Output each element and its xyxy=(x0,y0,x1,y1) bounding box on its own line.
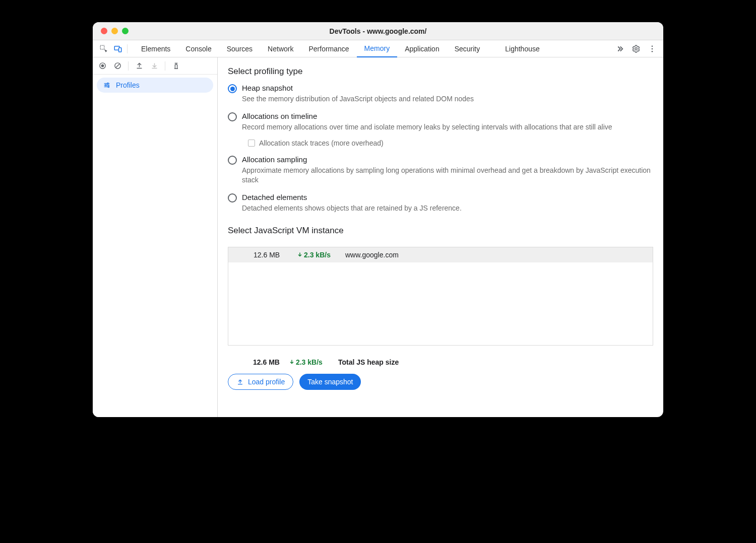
opt-title: Heap snapshot xyxy=(242,84,653,92)
opt-desc: See the memory distribution of JavaScrip… xyxy=(242,94,653,104)
devtools-window: DevTools - www.google.com/ Elements Cons… xyxy=(93,22,663,417)
tab-sources[interactable]: Sources xyxy=(219,40,260,57)
opt-title: Detached elements xyxy=(242,193,653,201)
panel-tabs: Elements Console Sources Network Perform… xyxy=(134,40,613,57)
total-rate: 2.3 kB/s xyxy=(289,358,329,366)
tab-application[interactable]: Application xyxy=(397,40,447,57)
radio-allocation-sampling[interactable] xyxy=(228,156,237,165)
tab-network[interactable]: Network xyxy=(260,40,301,57)
collect-garbage-icon[interactable] xyxy=(169,59,182,73)
tab-elements[interactable]: Elements xyxy=(134,40,178,57)
svg-rect-0 xyxy=(100,45,104,49)
vm-rate: 2.3 kB/s xyxy=(297,251,337,259)
download-icon xyxy=(148,59,161,73)
window-controls xyxy=(93,28,129,34)
radio-heap-snapshot[interactable] xyxy=(228,84,237,93)
divider xyxy=(128,61,129,71)
vm-instance-list: 12.6 MB 2.3 kB/s www.google.com xyxy=(228,247,653,346)
settings-icon[interactable] xyxy=(629,42,643,56)
subopt-stack-traces[interactable]: Allocation stack traces (more overhead) xyxy=(248,139,653,147)
vm-instance-heading: Select JavaScript VM instance xyxy=(228,226,653,236)
sidebar-toolbar xyxy=(93,57,217,75)
svg-point-6 xyxy=(652,50,653,52)
svg-point-4 xyxy=(652,45,653,47)
vm-name: www.google.com xyxy=(345,251,399,259)
load-profile-button[interactable]: Load profile xyxy=(228,374,293,390)
clear-icon[interactable] xyxy=(111,59,124,73)
opt-title: Allocations on timeline xyxy=(242,112,653,120)
svg-point-8 xyxy=(101,64,104,67)
totals-row: 12.6 MB 2.3 kB/s Total JS heap size xyxy=(228,356,653,369)
upload-icon xyxy=(236,378,244,386)
vm-size: 12.6 MB xyxy=(254,251,289,259)
more-tabs-icon[interactable] xyxy=(613,42,627,56)
opt-allocations-timeline[interactable]: Allocations on timeline Record memory al… xyxy=(228,112,653,147)
tab-console[interactable]: Console xyxy=(178,40,219,57)
upload-icon[interactable] xyxy=(133,59,146,73)
record-icon[interactable] xyxy=(96,59,109,73)
main: Profiles Select profiling type Heap snap… xyxy=(93,57,663,417)
panel-tabbar: Elements Console Sources Network Perform… xyxy=(93,40,663,57)
opt-detached-elements[interactable]: Detached elements Detached elements show… xyxy=(228,193,653,213)
sidebar-item-profiles[interactable]: Profiles xyxy=(97,78,213,93)
radio-allocations-timeline[interactable] xyxy=(228,112,237,121)
totals-label: Total JS heap size xyxy=(338,358,399,366)
opt-desc: Approximate memory allocations by sampli… xyxy=(242,166,653,185)
divider xyxy=(165,61,165,71)
svg-point-11 xyxy=(105,85,107,86)
take-snapshot-button[interactable]: Take snapshot xyxy=(299,374,361,390)
svg-point-12 xyxy=(108,86,109,88)
inspect-element-icon[interactable] xyxy=(97,42,111,56)
opt-allocation-sampling[interactable]: Allocation sampling Approximate memory a… xyxy=(228,155,653,185)
opt-heap-snapshot[interactable]: Heap snapshot See the memory distributio… xyxy=(228,84,653,104)
svg-point-5 xyxy=(652,48,653,49)
tab-security[interactable]: Security xyxy=(447,40,488,57)
sliders-icon xyxy=(103,81,111,89)
device-toolbar-icon[interactable] xyxy=(111,42,125,56)
sidebar-item-label: Profiles xyxy=(116,81,140,89)
tabbar-right xyxy=(613,42,659,56)
kebab-menu-icon[interactable] xyxy=(645,42,659,56)
tab-performance[interactable]: Performance xyxy=(301,40,356,57)
total-size: 12.6 MB xyxy=(253,358,280,366)
svg-rect-2 xyxy=(119,47,121,51)
opt-desc: Record memory allocations over time and … xyxy=(242,122,653,132)
radio-detached-elements[interactable] xyxy=(228,193,237,202)
maximize-window-button[interactable] xyxy=(122,28,129,34)
opt-desc: Detached elements shows objects that are… xyxy=(242,203,653,213)
svg-point-3 xyxy=(635,47,638,50)
checkbox-stack-traces[interactable] xyxy=(248,140,255,147)
titlebar: DevTools - www.google.com/ xyxy=(93,22,663,40)
window-title: DevTools - www.google.com/ xyxy=(93,27,663,35)
content: Select profiling type Heap snapshot See … xyxy=(218,57,663,417)
profiling-type-heading: Select profiling type xyxy=(228,66,653,77)
divider xyxy=(127,44,128,53)
arrow-down-icon xyxy=(289,359,295,365)
actions: Load profile Take snapshot xyxy=(228,374,653,390)
opt-title: Allocation sampling xyxy=(242,155,653,164)
svg-point-10 xyxy=(107,83,109,84)
sidebar: Profiles xyxy=(93,57,218,417)
close-window-button[interactable] xyxy=(101,28,107,34)
arrow-down-icon xyxy=(297,252,303,258)
subopt-label: Allocation stack traces (more overhead) xyxy=(259,139,384,147)
tab-lighthouse[interactable]: Lighthouse xyxy=(497,40,547,57)
vm-instance-row[interactable]: 12.6 MB 2.3 kB/s www.google.com xyxy=(228,247,653,262)
minimize-window-button[interactable] xyxy=(111,28,118,34)
tab-memory[interactable]: Memory xyxy=(357,40,398,57)
